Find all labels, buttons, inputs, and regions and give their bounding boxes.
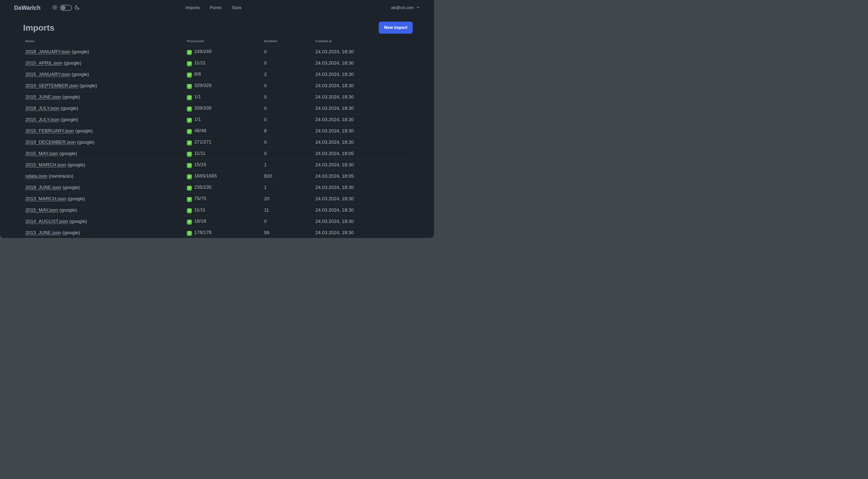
import-source-label: (owntracks) [49, 173, 73, 179]
created-at: 24.03.2024, 18:30 [311, 216, 413, 227]
nav-link-stats[interactable]: Stats [232, 5, 242, 10]
theme-toggle[interactable] [60, 5, 72, 11]
import-file-link[interactable]: 2015_MARCH.json [25, 162, 66, 168]
doubles-count: 0 [260, 114, 311, 125]
new-import-button[interactable]: New import [379, 22, 413, 34]
moon-icon [74, 4, 80, 11]
brand-logo[interactable]: DaWarIch [14, 4, 40, 11]
doubles-count: 0 [260, 80, 311, 91]
navbar: DaWarIch [0, 0, 434, 16]
table-row: 2018_JUNE.json (google) ✓235/235 1 24.03… [21, 182, 413, 193]
import-file-link[interactable]: 2013_JUNE.json [25, 230, 61, 235]
success-check-icon: ✓ [187, 118, 192, 123]
nav-link-imports[interactable]: Imports [186, 5, 200, 10]
column-header-created-at: Created at [311, 37, 413, 46]
doubles-count: 20 [260, 193, 311, 205]
processed-count: 235/235 [194, 184, 212, 190]
processed-count: 48/48 [194, 128, 206, 133]
created-at: 24.03.2024, 18:30 [311, 159, 413, 171]
created-at: 24.03.2024, 18:30 [311, 80, 413, 91]
import-file-link[interactable]: 2015_JANUARY.json [25, 71, 70, 77]
success-check-icon: ✓ [187, 231, 192, 236]
created-at: 24.03.2024, 18:30 [311, 58, 413, 69]
import-file-link[interactable]: 2018_JUNE.json [25, 185, 61, 190]
doubles-count: 1 [260, 159, 311, 171]
processed-count: 1/1 [194, 94, 201, 99]
import-file-link[interactable]: 2015_MAY.json [25, 151, 58, 156]
import-source-label: (google) [63, 185, 80, 190]
table-row: 2015_JUNE.json (google) ✓1/1 0 24.03.202… [21, 91, 413, 103]
created-at: 24.03.2024, 18:30 [311, 227, 413, 238]
import-source-label: (google) [68, 162, 85, 168]
success-check-icon: ✓ [187, 84, 192, 89]
import-file-link[interactable]: 2018_JANUARY.json [25, 49, 70, 54]
doubles-count: 11 [260, 205, 311, 216]
success-check-icon: ✓ [187, 50, 192, 55]
import-file-link[interactable]: 2019_SEPTEMBER.json [25, 83, 78, 88]
column-header-processed: Processed [183, 37, 260, 46]
table-row: 2019_DECEMBER.json (google) ✓271/271 0 2… [21, 137, 413, 148]
user-menu[interactable]: ab@cd.com [391, 5, 420, 10]
success-check-icon: ✓ [187, 95, 192, 100]
table-row: 2013_MARCH.json (google) ✓75/75 20 24.03… [21, 193, 413, 205]
created-at: 24.03.2024, 18:30 [311, 103, 413, 114]
doubles-count: 0 [260, 46, 311, 58]
doubles-count: 59 [260, 227, 311, 238]
import-source-label: (google) [64, 60, 82, 66]
import-source-label: (google) [77, 140, 95, 145]
toggle-knob [61, 5, 66, 10]
doubles-count: 2 [260, 69, 311, 80]
import-source-label: (google) [63, 230, 80, 235]
nav-links: Imports Points Stats [186, 5, 242, 10]
table-row: 2015_MARCH.json (google) ✓15/15 1 24.03.… [21, 159, 413, 171]
column-header-doubles: Doubles [260, 37, 311, 46]
success-check-icon: ✓ [187, 141, 192, 146]
doubles-count: 1 [260, 182, 311, 193]
import-file-link[interactable]: 2019_DECEMBER.json [25, 140, 76, 145]
table-row: 2015_APRIL.json (google) ✓11/11 0 24.03.… [21, 58, 413, 69]
table-header-row: Name Processed Doubles Created at [21, 37, 413, 46]
success-check-icon: ✓ [187, 174, 192, 179]
created-at: 24.03.2024, 18:30 [311, 182, 413, 193]
theme-toggle-group [52, 4, 80, 11]
processed-count: 249/249 [194, 49, 212, 54]
import-file-link[interactable]: 2015_JULY.json [25, 117, 60, 122]
import-file-link[interactable]: 2014_AUGUST.json [25, 219, 68, 224]
success-check-icon: ✓ [187, 186, 192, 191]
title-row: Imports New import [21, 22, 413, 34]
import-source-label: (google) [80, 83, 97, 88]
import-file-link[interactable]: 2015_JUNE.json [25, 94, 61, 99]
import-source-label: (google) [71, 49, 89, 54]
import-file-link[interactable]: 2015_MAY.json [25, 207, 58, 213]
created-at: 24.03.2024, 18:30 [311, 91, 413, 103]
column-header-name: Name [21, 37, 183, 46]
nav-link-points[interactable]: Points [210, 5, 222, 10]
doubles-count: 0 [260, 58, 311, 69]
import-source-label: (google) [61, 117, 79, 122]
created-at: 24.03.2024, 18:30 [311, 193, 413, 205]
processed-count: 11/11 [194, 207, 206, 212]
import-file-link[interactable]: 2015_FEBRUARY.json [25, 128, 74, 133]
import-source-label: (google) [61, 106, 79, 111]
page-title: Imports [21, 23, 55, 33]
created-at: 24.03.2024, 18:30 [311, 137, 413, 148]
success-check-icon: ✓ [187, 72, 192, 78]
import-file-link[interactable]: 2015_APRIL.json [25, 60, 63, 66]
doubles-count: 820 [260, 171, 311, 182]
processed-count: 11/11 [194, 151, 206, 156]
import-source-label: (google) [69, 219, 87, 224]
success-check-icon: ✓ [187, 163, 192, 168]
import-source-label: (google) [63, 94, 80, 99]
created-at: 24.03.2024, 18:30 [311, 125, 413, 137]
doubles-count: 0 [260, 216, 311, 227]
created-at: 24.03.2024, 18:30 [311, 205, 413, 216]
user-email: ab@cd.com [391, 5, 414, 10]
import-file-link[interactable]: 2018_JULY.json [25, 106, 60, 111]
import-file-link[interactable]: odata.json [25, 173, 48, 179]
import-file-link[interactable]: 2013_MARCH.json [25, 196, 66, 201]
table-row: 2015_FEBRUARY.json (google) ✓48/48 8 24.… [21, 125, 413, 137]
chevron-down-icon [416, 5, 420, 10]
table-row: 2019_SEPTEMBER.json (google) ✓329/329 0 … [21, 80, 413, 91]
processed-count: 329/329 [194, 83, 212, 88]
import-source-label: (google) [75, 128, 93, 133]
